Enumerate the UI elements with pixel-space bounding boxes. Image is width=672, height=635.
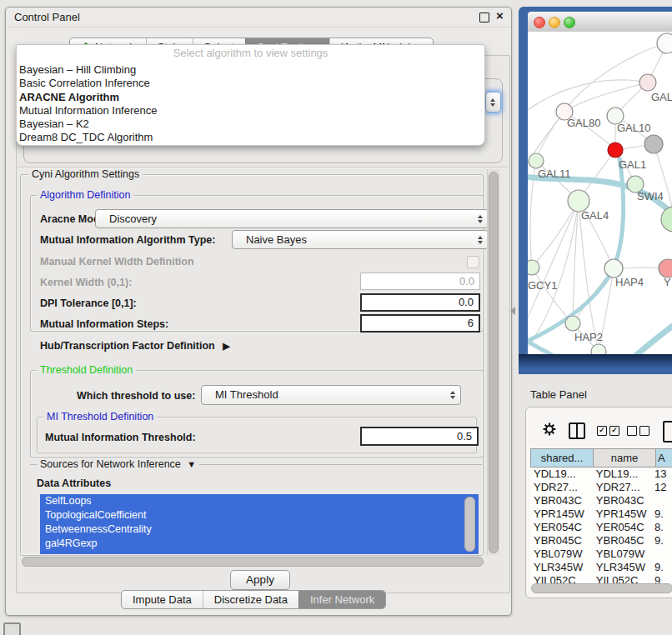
algorithm-option[interactable]: Bayesian – Hill Climbing — [17, 63, 484, 77]
mac-close-icon[interactable] — [534, 17, 545, 28]
network-window-titlebar[interactable] — [528, 12, 672, 32]
attribute-item[interactable] — [40, 551, 479, 554]
minimized-panel-icon[interactable] — [3, 622, 21, 635]
attribute-item[interactable]: SelfLoops — [40, 494, 479, 508]
dpi-tolerance-field[interactable]: 0.0 — [360, 293, 480, 312]
table-cell[interactable]: YDL19... — [530, 468, 593, 481]
table-cell[interactable]: YPR145W — [593, 508, 651, 521]
hub-definition-expander[interactable]: Hub/Transcription Factor Definition ▶ — [40, 340, 230, 352]
table-body[interactable]: YDL19...YDL19...13YDR27...YDR27...12YBR0… — [530, 468, 672, 583]
network-edge[interactable] — [579, 201, 599, 352]
network-node[interactable] — [528, 260, 539, 275]
kernel-width-field[interactable]: 0.0 — [360, 272, 480, 290]
gear-icon[interactable] — [543, 422, 556, 439]
mac-zoom-icon[interactable] — [564, 17, 575, 28]
network-graph[interactable]: GALGAL80GAL10GAL1GAL11SWI4GAL4GCY1HAP4YH… — [528, 32, 672, 354]
mi-threshold-field[interactable]: 0.5 — [360, 427, 479, 446]
algorithm-option[interactable]: Dream8 DC_TDC Algorithm — [17, 131, 484, 144]
algorithm-dropdown[interactable]: Select algorithm to view settings Bayesi… — [16, 44, 485, 146]
tab-infer-network[interactable]: Infer Network — [298, 591, 385, 608]
network-node[interactable] — [604, 259, 623, 278]
close-icon[interactable]: × — [496, 8, 504, 22]
table-cell[interactable]: YBR045C — [593, 534, 651, 548]
attribute-item[interactable]: gal4RGexp — [40, 537, 479, 551]
table-cell[interactable]: YDL19... — [593, 468, 651, 481]
table-row[interactable]: YLR345WYLR345W9. — [530, 561, 672, 574]
sources-title[interactable]: Sources for Network Inference ▼ — [37, 458, 199, 470]
settings-vscrollbar-thumb[interactable] — [489, 172, 499, 553]
algorithm-option[interactable]: ARACNE Algorithm — [17, 91, 484, 104]
table-cell[interactable]: 13 — [651, 468, 672, 481]
table-cell[interactable]: YER054C — [530, 521, 593, 534]
apply-button[interactable]: Apply — [230, 570, 290, 590]
network-node[interactable] — [659, 259, 672, 278]
column-header-partial[interactable]: A — [655, 449, 672, 467]
table-row[interactable]: YBL079WYBL079W — [530, 548, 672, 561]
table-row[interactable]: YDR27...YDR27...12 — [530, 481, 672, 494]
table-cell[interactable]: 9. — [651, 508, 672, 521]
algorithm-option[interactable]: Bayesian – K2 — [17, 118, 484, 131]
select-all-icon[interactable]: ✓✓ — [597, 426, 619, 436]
network-node[interactable] — [661, 207, 672, 232]
attribute-item[interactable]: BetweennessCentrality — [40, 522, 479, 537]
network-edge[interactable] — [623, 268, 659, 268]
table-cell[interactable]: YBL079W — [530, 548, 593, 561]
hidden-combobox-spinner[interactable] — [485, 92, 501, 112]
network-node[interactable] — [529, 153, 544, 168]
panel-divider-arrow[interactable] — [510, 307, 515, 315]
table-cell[interactable]: 9 — [651, 574, 672, 583]
table-cell[interactable]: YIL052C — [593, 574, 651, 583]
mi-steps-field[interactable]: 6 — [360, 314, 480, 332]
table-cell[interactable]: 9. — [651, 561, 672, 574]
attribute-item[interactable]: TopologicalCoefficient — [40, 508, 479, 522]
table-cell[interactable]: YBR043C — [593, 494, 651, 508]
table-cell[interactable]: 12 — [651, 481, 672, 494]
table-cell[interactable] — [651, 548, 672, 561]
table-cell[interactable]: YPR145W — [530, 508, 593, 521]
network-node[interactable] — [565, 316, 580, 331]
table-hscrollbar-thumb[interactable] — [531, 583, 672, 593]
network-node[interactable] — [644, 135, 663, 153]
which-threshold-combobox[interactable]: MI Threshold — [201, 385, 461, 405]
table-row[interactable]: YPR145WYPR145W9. — [530, 508, 672, 521]
table-cell[interactable]: YER054C — [593, 521, 651, 534]
column-header-name[interactable]: name — [593, 449, 655, 467]
table-row[interactable]: YBR043CYBR043C — [530, 494, 672, 508]
manual-kernel-checkbox[interactable] — [467, 256, 479, 268]
table-row[interactable]: YDL19...YDL19...13 — [530, 468, 672, 481]
table-cell[interactable] — [651, 494, 672, 508]
table-cell[interactable]: YLR345W — [530, 561, 593, 574]
partial-toolbar-icon[interactable] — [663, 421, 672, 442]
table-row[interactable]: YER054CYER054C8. — [530, 521, 672, 534]
network-edge[interactable] — [532, 201, 579, 268]
mi-algorithm-type-combobox[interactable]: Naive Bayes — [232, 230, 489, 249]
data-attributes-list[interactable]: SelfLoopsTopologicalCoefficientBetweenne… — [40, 494, 479, 554]
network-canvas[interactable]: GALGAL80GAL10GAL1GAL11SWI4GAL4GCY1HAP4YH… — [528, 32, 672, 354]
tab-impute-data[interactable]: Impute Data — [122, 591, 203, 608]
attributes-scrollbar[interactable] — [464, 497, 475, 552]
table-cell[interactable]: YBL079W — [593, 548, 651, 561]
table-cell[interactable]: YBR043C — [530, 494, 593, 508]
network-node[interactable] — [608, 142, 623, 158]
table-cell[interactable]: YDR27... — [530, 481, 593, 494]
network-node[interactable] — [591, 344, 606, 354]
table-row[interactable]: YIL052CYIL052C9 — [530, 574, 672, 583]
table-cell[interactable]: YBR045C — [530, 534, 593, 548]
mac-minimize-icon[interactable] — [549, 17, 560, 28]
table-cell[interactable]: YDR27... — [593, 481, 651, 494]
network-node[interactable] — [657, 33, 672, 53]
table-cell[interactable]: 8. — [651, 521, 672, 534]
network-edge-thick[interactable] — [629, 325, 672, 354]
table-cell[interactable]: YIL052C — [530, 574, 593, 583]
table-cell[interactable]: 9. — [651, 534, 672, 548]
tab-discretize-data[interactable]: Discretize Data — [203, 591, 298, 608]
network-edge[interactable] — [528, 201, 579, 354]
deselect-all-icon[interactable] — [627, 426, 649, 436]
split-columns-icon[interactable] — [569, 422, 585, 439]
table-cell[interactable]: YLR345W — [593, 561, 651, 574]
table-row[interactable]: YBR045CYBR045C9. — [530, 534, 672, 548]
algorithm-option[interactable]: Mutual Information Inference — [17, 104, 484, 118]
algorithm-option[interactable]: Basic Correlation Inference — [17, 77, 484, 90]
column-header-shared-name[interactable]: shared... — [531, 449, 593, 467]
network-node[interactable] — [639, 74, 656, 91]
